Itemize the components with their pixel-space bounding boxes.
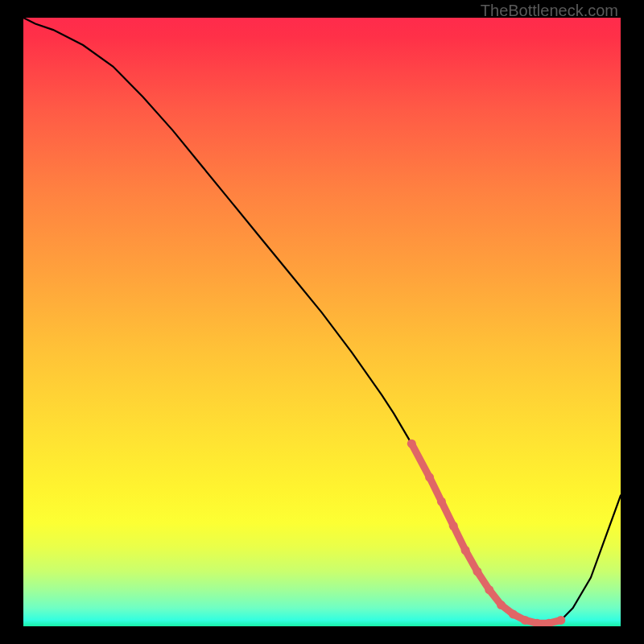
- optimal-range-dots: [407, 440, 566, 626]
- curve-layer: [23, 18, 621, 626]
- bottleneck-curve: [23, 18, 621, 623]
- marker-dot: [437, 497, 446, 506]
- marker-dot: [556, 616, 565, 625]
- marker-dot: [509, 609, 518, 618]
- chart-frame: TheBottleneck.com: [0, 0, 644, 644]
- watermark-text: TheBottleneck.com: [481, 2, 618, 20]
- marker-dot: [485, 585, 493, 594]
- marker-dot: [407, 440, 416, 448]
- plot-area: [23, 18, 621, 626]
- optimal-range-markers: [411, 444, 561, 623]
- marker-dot: [461, 546, 470, 555]
- marker-dot: [425, 473, 434, 481]
- marker-dot: [449, 522, 458, 530]
- marker-dot: [473, 567, 481, 576]
- marker-dot: [497, 601, 506, 609]
- marker-dot: [521, 616, 530, 625]
